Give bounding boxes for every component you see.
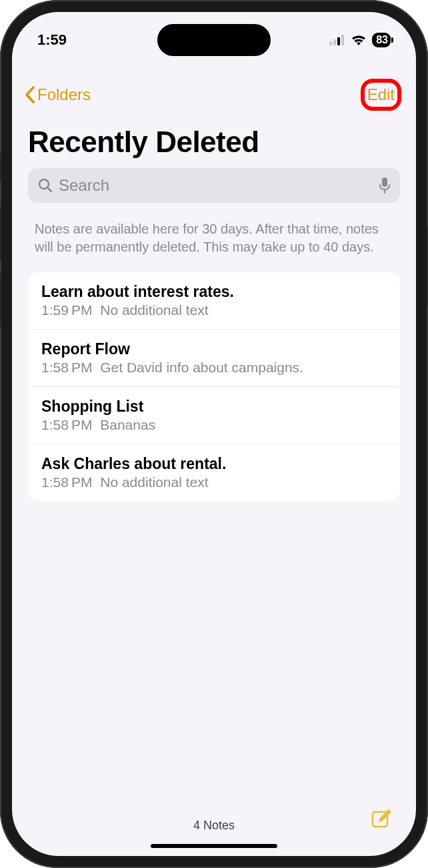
note-row[interactable]: Report Flow 1:58 PM Get David info about… bbox=[28, 330, 400, 387]
search-field[interactable]: Search bbox=[28, 168, 400, 203]
svg-rect-6 bbox=[382, 177, 387, 187]
dynamic-island bbox=[157, 24, 271, 56]
note-time: 1:58 PM bbox=[41, 474, 93, 490]
note-title: Report Flow bbox=[41, 340, 387, 358]
note-meta: 1:59 PM No additional text bbox=[41, 302, 387, 318]
home-indicator[interactable] bbox=[151, 844, 277, 848]
search-icon bbox=[37, 177, 53, 193]
screen: 1:59 bbox=[12, 12, 416, 856]
mic-icon[interactable] bbox=[379, 177, 391, 194]
note-row[interactable]: Learn about interest rates. 1:59 PM No a… bbox=[28, 272, 400, 330]
note-time: 1:58 PM bbox=[41, 417, 93, 432]
chevron-left-icon bbox=[24, 85, 36, 104]
note-count: 4 Notes bbox=[193, 819, 235, 833]
wifi-icon bbox=[351, 34, 367, 46]
edit-button[interactable]: Edit bbox=[367, 85, 395, 103]
note-time: 1:58 PM bbox=[41, 360, 93, 375]
device-frame: 1:59 bbox=[0, 0, 428, 868]
note-title: Shopping List bbox=[41, 398, 387, 416]
note-preview: Get David info about campaigns. bbox=[100, 360, 303, 375]
edit-highlight: Edit bbox=[361, 79, 401, 111]
info-text: Notes are available here for 30 days. Af… bbox=[12, 203, 416, 268]
cell-signal-icon bbox=[329, 35, 345, 45]
nav-bar: Folders Edit bbox=[12, 59, 416, 117]
note-preview: Bananas bbox=[100, 417, 155, 432]
note-preview: No additional text bbox=[100, 474, 208, 490]
note-row[interactable]: Ask Charles about rental. 1:58 PM No add… bbox=[28, 444, 400, 501]
note-row[interactable]: Shopping List 1:58 PM Bananas bbox=[28, 387, 400, 444]
status-time: 1:59 bbox=[37, 31, 67, 49]
side-button bbox=[0, 153, 1, 181]
back-button[interactable]: Folders bbox=[24, 85, 91, 104]
note-title: Learn about interest rates. bbox=[41, 283, 387, 301]
compose-icon bbox=[371, 807, 393, 830]
svg-line-5 bbox=[48, 188, 52, 192]
note-preview: No additional text bbox=[100, 302, 208, 318]
svg-rect-2 bbox=[337, 37, 340, 45]
page-title: Recently Deleted bbox=[12, 117, 416, 168]
status-right: 83 bbox=[329, 33, 391, 47]
battery-indicator: 83 bbox=[372, 33, 391, 47]
back-label: Folders bbox=[37, 85, 91, 104]
note-meta: 1:58 PM No additional text bbox=[41, 474, 387, 490]
search-placeholder: Search bbox=[59, 176, 373, 195]
side-button bbox=[0, 207, 1, 260]
battery-level: 83 bbox=[376, 34, 388, 46]
compose-button[interactable] bbox=[371, 807, 393, 833]
svg-rect-0 bbox=[329, 41, 332, 45]
note-meta: 1:58 PM Bananas bbox=[41, 417, 387, 433]
svg-rect-1 bbox=[333, 39, 336, 45]
notes-list: Learn about interest rates. 1:59 PM No a… bbox=[28, 272, 400, 501]
note-time: 1:59 PM bbox=[41, 302, 93, 318]
svg-rect-3 bbox=[341, 35, 344, 45]
note-title: Ask Charles about rental. bbox=[41, 455, 387, 473]
note-meta: 1:58 PM Get David info about campaigns. bbox=[41, 360, 387, 376]
side-button bbox=[0, 274, 1, 327]
